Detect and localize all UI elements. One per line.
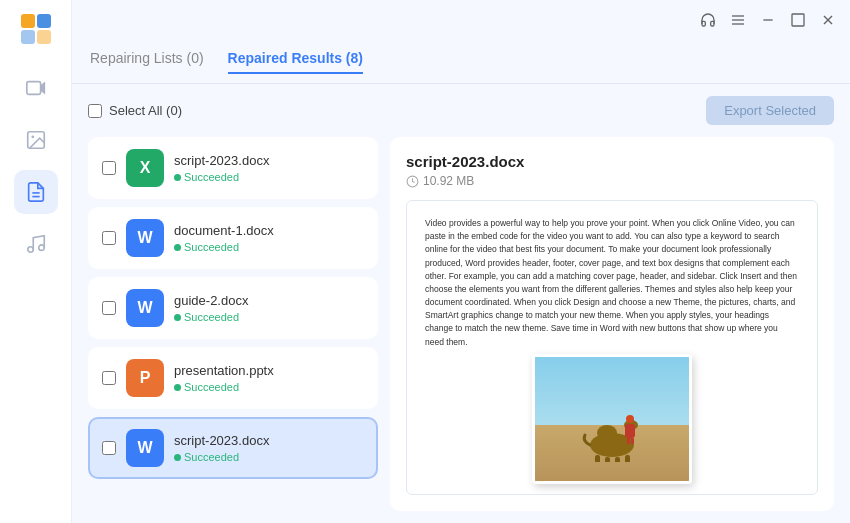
preview-pane: script-2023.docx 10.92 MB Video provides… (390, 137, 834, 511)
file-name: guide-2.docx (174, 293, 364, 308)
status-dot (174, 384, 181, 391)
menu-icon[interactable] (728, 10, 748, 30)
file-name: script-2023.docx (174, 433, 364, 448)
svg-rect-5 (26, 82, 40, 95)
file-name: presentation.pptx (174, 363, 364, 378)
svg-rect-3 (21, 30, 35, 44)
title-bar (72, 0, 850, 40)
status-text: Succeeded (184, 451, 239, 463)
svg-point-29 (626, 415, 634, 423)
tabs-bar: Repairing Lists (0) Repaired Results (8) (72, 40, 850, 84)
file-checkbox[interactable] (102, 161, 116, 175)
list-item[interactable]: W guide-2.docx Succeeded (88, 277, 378, 339)
close-icon[interactable] (818, 10, 838, 30)
sidebar-item-video[interactable] (14, 66, 58, 110)
file-info: presentation.pptx Succeeded (174, 363, 364, 393)
preview-doc-text: Video provides a powerful way to help yo… (407, 201, 817, 348)
tab-repairing-lists[interactable]: Repairing Lists (0) (90, 50, 204, 74)
maximize-icon[interactable] (788, 10, 808, 30)
svg-rect-2 (37, 14, 51, 28)
svg-rect-4 (37, 30, 51, 44)
app-logo (17, 10, 55, 48)
filesize-text: 10.92 MB (423, 174, 474, 188)
file-status: Succeeded (174, 451, 364, 463)
svg-rect-1 (21, 14, 35, 28)
svg-point-8 (31, 135, 34, 138)
svg-rect-26 (605, 457, 610, 462)
svg-point-12 (38, 245, 44, 251)
file-info: script-2023.docx Succeeded (174, 433, 364, 463)
sidebar (0, 0, 72, 523)
file-info: document-1.docx Succeeded (174, 223, 364, 253)
sidebar-item-document[interactable] (14, 170, 58, 214)
file-checkbox[interactable] (102, 301, 116, 315)
file-type-icon: W (126, 429, 164, 467)
file-list: X script-2023.docx Succeeded W document (88, 137, 378, 511)
file-status: Succeeded (174, 311, 364, 323)
svg-rect-27 (615, 457, 620, 462)
select-all-checkbox[interactable] (88, 104, 102, 118)
toolbar-row: Select All (0) Export Selected (88, 96, 834, 125)
svg-point-11 (27, 247, 33, 253)
sidebar-item-audio[interactable] (14, 222, 58, 266)
svg-rect-30 (625, 424, 635, 438)
file-info: script-2023.docx Succeeded (174, 153, 364, 183)
tab-repaired-results[interactable]: Repaired Results (8) (228, 50, 363, 74)
main-area: Repairing Lists (0) Repaired Results (8)… (72, 0, 850, 523)
export-selected-button[interactable]: Export Selected (706, 96, 834, 125)
list-item[interactable]: W document-1.docx Succeeded (88, 207, 378, 269)
headphone-icon[interactable] (698, 10, 718, 30)
split-pane: X script-2023.docx Succeeded W document (88, 137, 834, 511)
status-dot (174, 314, 181, 321)
file-type-icon: W (126, 219, 164, 257)
file-name: document-1.docx (174, 223, 364, 238)
file-checkbox[interactable] (102, 231, 116, 245)
status-text: Succeeded (184, 241, 239, 253)
minimize-icon[interactable] (758, 10, 778, 30)
status-dot (174, 454, 181, 461)
select-all-label[interactable]: Select All (0) (88, 103, 182, 118)
list-item[interactable]: X script-2023.docx Succeeded (88, 137, 378, 199)
file-checkbox[interactable] (102, 371, 116, 385)
status-dot (174, 174, 181, 181)
svg-rect-32 (631, 438, 634, 444)
status-text: Succeeded (184, 171, 239, 183)
file-type-icon: X (126, 149, 164, 187)
file-checkbox[interactable] (102, 441, 116, 455)
sidebar-item-image[interactable] (14, 118, 58, 162)
list-item[interactable]: W script-2023.docx Succeeded (88, 417, 378, 479)
file-status: Succeeded (174, 241, 364, 253)
svg-point-22 (597, 425, 617, 441)
file-info: guide-2.docx Succeeded (174, 293, 364, 323)
svg-rect-17 (792, 14, 804, 26)
select-all-text: Select All (0) (109, 103, 182, 118)
file-status: Succeeded (174, 381, 364, 393)
file-type-icon: P (126, 359, 164, 397)
svg-rect-25 (595, 455, 600, 462)
file-name: script-2023.docx (174, 153, 364, 168)
file-status: Succeeded (174, 171, 364, 183)
status-dot (174, 244, 181, 251)
svg-rect-31 (627, 438, 630, 444)
list-item[interactable]: P presentation.pptx Succeeded (88, 347, 378, 409)
status-text: Succeeded (184, 311, 239, 323)
content-area: Select All (0) Export Selected X script-… (72, 84, 850, 523)
status-text: Succeeded (184, 381, 239, 393)
preview-image (532, 354, 692, 484)
preview-filename: script-2023.docx (406, 153, 818, 170)
file-type-icon: W (126, 289, 164, 327)
preview-filesize: 10.92 MB (406, 174, 818, 188)
preview-document: Video provides a powerful way to help yo… (406, 200, 818, 495)
svg-rect-28 (625, 455, 630, 462)
